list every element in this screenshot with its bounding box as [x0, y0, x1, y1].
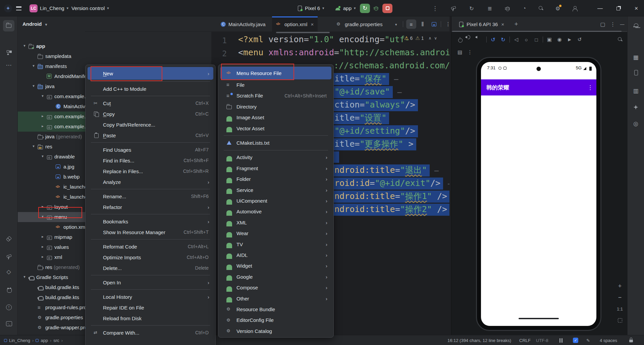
menu-item-reload-from-disk[interactable]: Reload from Disk: [88, 313, 213, 324]
breadcrumb[interactable]: Lin_Cheng› app› src›: [4, 335, 63, 345]
indent-indicator[interactable]: 4 spaces: [600, 335, 617, 345]
code-line[interactable]: roid:id="@+id/exit"/>—: [334, 178, 449, 190]
back-icon[interactable]: [511, 34, 521, 45]
profiler-icon[interactable]: ◔: [520, 4, 529, 13]
tab-mainactivity[interactable]: MainActivity.java: [217, 16, 270, 32]
menu-item-show-in-resource-manager[interactable]: Show In Resource ManagerCtrl+Shift+T: [88, 227, 213, 237]
project-view-selector[interactable]: Android ▾: [22, 21, 47, 27]
blue-badge-icon[interactable]: ✓: [573, 335, 578, 345]
more-actions-icon[interactable]: ⋮: [431, 4, 439, 13]
code-line[interactable]: itle="设置": [334, 112, 389, 124]
code-line[interactable]: "@+id/save"—: [334, 86, 402, 98]
rerun-button[interactable]: ↻: [360, 4, 370, 13]
menu-item-tv[interactable]: TV›: [220, 239, 331, 250]
search-everywhere-icon[interactable]: [537, 4, 545, 13]
phone-screen[interactable]: 7:31 5G 韩的荣耀 ⋮: [481, 62, 596, 326]
next-warning-icon[interactable]: ∨: [434, 36, 437, 41]
menu-item-automotive[interactable]: Automotive›: [220, 206, 331, 217]
zoom-in-button[interactable]: +: [615, 281, 625, 291]
keyboard-icon[interactable]: [455, 47, 465, 57]
tree-item-app[interactable]: ▾app: [18, 41, 103, 51]
rotate-right-icon[interactable]: [498, 34, 508, 45]
code-line[interactable]: [334, 151, 339, 166]
code-line[interactable]: <menu xmlns:android="http://schemas.andr…: [238, 47, 449, 58]
code-view-button[interactable]: ≡: [406, 19, 416, 29]
menu-item-vector-asset[interactable]: Vector Asset: [220, 123, 331, 134]
menu-item-refactor[interactable]: Refactor›: [88, 202, 213, 212]
device-selector[interactable]: Pixel 6 ▾: [297, 0, 324, 16]
menu-item-fragment[interactable]: Fragment›: [220, 163, 331, 174]
hamburger-menu-icon[interactable]: [16, 0, 21, 16]
menu-item-analyze[interactable]: Analyze›: [88, 177, 213, 187]
reset-zoom-button[interactable]: 1:1: [615, 304, 625, 314]
menu-item-bookmarks[interactable]: Bookmarks›: [88, 216, 213, 227]
menu-item-compare-with[interactable]: Compare With...Ctrl+D: [88, 327, 213, 338]
menu-item-add-c-to-module[interactable]: Add C++ to Module: [88, 83, 213, 94]
menu-item-local-history[interactable]: Local History›: [88, 291, 213, 302]
kebab-menu-icon[interactable]: ⋮: [587, 84, 593, 91]
project-tool-icon[interactable]: [3, 20, 14, 31]
code-line[interactable]: <?xml version="1.0" encoding="utf-: [238, 34, 410, 45]
panel-more-icon[interactable]: ⋮: [608, 20, 617, 28]
code-line[interactable]: ndroid:title="操作1" />—: [334, 191, 449, 203]
float-window-icon[interactable]: [598, 20, 607, 28]
terminal-icon[interactable]: [3, 318, 14, 329]
power-icon[interactable]: [455, 34, 465, 45]
tab-scrollbar[interactable]: [276, 32, 330, 33]
menu-item-delete[interactable]: Delete...Delete: [88, 263, 213, 273]
menu-item-find-usages[interactable]: Find UsagesAlt+F7: [88, 144, 213, 155]
screen-record-icon[interactable]: [565, 34, 575, 45]
overview-icon[interactable]: [531, 34, 541, 45]
zoom-out-button[interactable]: −: [615, 292, 625, 302]
tab-option-xml[interactable]: option.xml ×: [272, 16, 318, 32]
hide-panel-icon[interactable]: [618, 20, 627, 28]
menu-item-find-in-files[interactable]: Find in Files...Ctrl+Shift+F: [88, 155, 213, 166]
menu-item-image-asset[interactable]: Image Asset: [220, 112, 331, 123]
menu-item-editorconfig-file[interactable]: EditorConfig File: [220, 315, 331, 326]
gemini-icon[interactable]: [630, 101, 642, 113]
code-line[interactable]: itle="保存"—: [334, 73, 398, 85]
tab-gradle-properties[interactable]: gradle.properties: [332, 16, 393, 32]
stop-button[interactable]: [382, 4, 392, 13]
window-minimize-button[interactable]: —: [596, 4, 604, 13]
zoom-to-fit-button[interactable]: [615, 315, 625, 325]
notifications-bell-icon[interactable]: [630, 20, 642, 31]
prev-warning-icon[interactable]: ∧: [429, 36, 432, 41]
menu-item-service[interactable]: Service›: [220, 185, 331, 195]
menu-item-directory[interactable]: Directory: [220, 101, 331, 112]
menu-item-widget[interactable]: Widget›: [220, 261, 331, 271]
window-close-button[interactable]: ×: [632, 4, 641, 13]
menu-item-file[interactable]: File: [220, 79, 331, 90]
layout-inspector-icon[interactable]: ▥: [630, 85, 642, 96]
build-tool-icon[interactable]: [3, 251, 14, 262]
plug-icon[interactable]: [3, 233, 14, 244]
more-tool-windows-icon[interactable]: ⋯: [3, 59, 14, 71]
history-icon[interactable]: [575, 34, 585, 45]
menu-item-scratch-file[interactable]: Scratch FileCtrl+Alt+Shift+Insert: [220, 90, 331, 101]
more-icon[interactable]: [465, 47, 475, 57]
menu-item-wear[interactable]: Wear›: [220, 228, 331, 239]
logcat-icon[interactable]: [3, 284, 14, 295]
volume-down-icon[interactable]: [475, 34, 485, 45]
run-config-selector[interactable]: app ▾: [335, 0, 356, 16]
screenshot-icon[interactable]: [554, 34, 565, 45]
menu-item-other[interactable]: Other›: [220, 293, 331, 304]
code-line[interactable]: ndroid:title="操作2" />—: [334, 204, 449, 216]
code-line[interactable]: ://schemas.android.com/ap: [334, 60, 449, 71]
volume-up-icon[interactable]: [465, 34, 475, 45]
menu-item-xml[interactable]: XML›: [220, 217, 331, 228]
build-hammer-icon[interactable]: [449, 4, 458, 13]
zoom-tool-icon[interactable]: [615, 34, 625, 45]
app-inspection-icon[interactable]: ◎: [630, 118, 642, 129]
menu-item-folder[interactable]: Folder›: [220, 174, 331, 185]
menu-item-optimize-imports[interactable]: Optimize ImportsCtrl+Alt+O: [88, 252, 213, 263]
menu-item-copy-path-reference[interactable]: Copy Path/Reference...: [88, 119, 213, 130]
account-icon[interactable]: [570, 4, 579, 13]
settings-gear-icon[interactable]: ⚙: [553, 4, 562, 13]
lock-icon[interactable]: [629, 335, 633, 345]
menu-item-reformat-code[interactable]: Reformat CodeCtrl+Alt+L: [88, 241, 213, 252]
menu-item-activity[interactable]: Activity›: [220, 152, 331, 163]
debug-button[interactable]: [373, 5, 379, 11]
design-view-button[interactable]: [429, 19, 439, 29]
code-line[interactable]: ndroid:title="退出"—: [334, 164, 439, 177]
